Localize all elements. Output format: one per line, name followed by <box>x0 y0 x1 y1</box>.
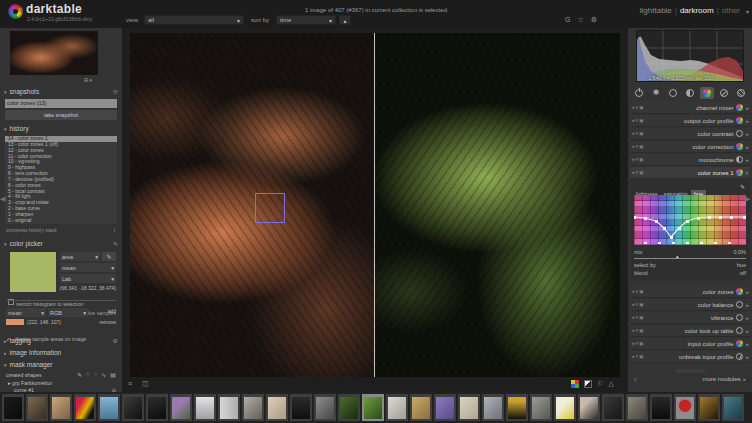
filmstrip-thumbnail[interactable] <box>506 394 528 421</box>
cz-picker-icon[interactable]: ✎ <box>740 183 745 190</box>
sort-direction-button[interactable]: ▴ <box>339 15 351 25</box>
picker-header-icon[interactable]: ✎ <box>113 240 118 247</box>
filmstrip-thumbnail[interactable] <box>554 394 576 421</box>
caret-down-icon[interactable]: ▾ <box>745 170 748 176</box>
color-zones-grid[interactable] <box>634 195 746 245</box>
group-tone-icon[interactable] <box>683 87 697 99</box>
filmstrip-thumbnail[interactable] <box>434 394 456 421</box>
module-unbreak-input-profile[interactable]: ●≡▣ unbreak input profile ◂ <box>630 351 750 363</box>
mask-group-row[interactable]: ▸ grp Farbkorrektur <box>8 380 52 386</box>
path-shape-icon[interactable]: ∿ <box>101 371 106 378</box>
color-picker-sample-area[interactable] <box>255 193 285 223</box>
filmstrip-thumbnail[interactable] <box>266 394 288 421</box>
filmstrip-thumbnail[interactable] <box>698 394 720 421</box>
left-panel-collapse-icon[interactable]: ◀ <box>0 195 5 203</box>
filmstrip-thumbnail[interactable] <box>530 394 552 421</box>
module-channel-mixer[interactable]: ●≡▣ channel mixer ◂ <box>630 102 750 114</box>
caret-left-icon[interactable]: ◂ <box>745 315 748 321</box>
picker-stat-select[interactable]: mean▾ <box>60 263 116 272</box>
module-output-color-profile[interactable]: ●≡▣ output color profile ◂ <box>630 115 750 127</box>
mix-row[interactable]: mix 0.0% <box>634 249 746 255</box>
circle-shape-icon[interactable]: ○ <box>86 371 90 378</box>
module-controls-icons[interactable]: ●≡▣ <box>632 157 645 162</box>
module-controls-icons[interactable]: ●≡▣ <box>632 131 645 136</box>
gradient-shape-icon[interactable]: ▤ <box>110 371 116 378</box>
module-vibrance[interactable]: ●≡▣ vibrance ◂ <box>630 312 750 324</box>
more-modules-row[interactable]: ≡ more modules ▸ <box>630 376 750 382</box>
filmstrip-thumbnail[interactable] <box>458 394 480 421</box>
picker-mode-select[interactable]: area▾ <box>60 252 100 261</box>
caret-left-icon[interactable]: ◂ <box>745 302 748 308</box>
module-controls-icons[interactable]: ●≡▣ <box>632 118 645 123</box>
sample-stat-select[interactable]: mean▾ <box>6 308 46 317</box>
sort-select[interactable]: time ▾ <box>276 15 336 25</box>
filmstrip-thumbnail[interactable] <box>146 394 168 421</box>
history-item[interactable]: 0 - original <box>5 218 117 224</box>
mask-manager-header[interactable]: ▾ mask manager <box>0 359 122 370</box>
snapshot-item[interactable]: color zones (13) <box>5 99 117 108</box>
module-color-correction[interactable]: ●≡▣ color correction ◂ <box>630 141 750 153</box>
tab-darkroom[interactable]: darkroom <box>680 6 714 15</box>
group-active-icon[interactable] <box>632 87 646 99</box>
filmstrip-thumbnail[interactable] <box>338 394 360 421</box>
overlays-star-icon[interactable]: ☆ <box>577 16 583 24</box>
filmstrip-thumbnail[interactable] <box>650 394 672 421</box>
gamut-check-icon[interactable]: △ <box>609 380 614 388</box>
module-controls-icons[interactable]: ●≡▣ <box>632 328 645 333</box>
eyedropper-button[interactable]: ✎ <box>102 252 116 261</box>
view-select[interactable]: all ▾ <box>144 15 244 25</box>
filmstrip-thumbnail[interactable] <box>626 394 648 421</box>
more-modules-label[interactable]: more modules <box>637 376 744 382</box>
filmstrip-thumbnail[interactable] <box>122 394 144 421</box>
image-information-header[interactable]: ▸ image information <box>0 347 122 358</box>
module-color-look-up-table[interactable]: ●≡▣ color look up table ◂ <box>630 325 750 337</box>
right-panel-collapse-icon[interactable]: ▶ <box>745 195 750 203</box>
overexposed-icon[interactable] <box>584 380 592 388</box>
caret-left-icon[interactable]: ◂ <box>745 289 748 295</box>
filmstrip-thumbnail[interactable] <box>194 394 216 421</box>
filmstrip-thumbnail[interactable] <box>290 394 312 421</box>
take-snapshot-button[interactable]: take snapshot <box>5 110 117 120</box>
module-color-zones[interactable]: ●≡▣ color zones ◂ <box>630 286 750 298</box>
filmstrip-toggle-icon[interactable]: ≡ <box>128 380 132 387</box>
mix-slider-marker[interactable]: ▴ <box>676 253 679 259</box>
filmstrip-thumbnail[interactable] <box>2 394 24 421</box>
filmstrip-thumbnail[interactable] <box>386 394 408 421</box>
module-monochrome[interactable]: ●≡▣ monochrome ◂ <box>630 154 750 166</box>
filmstrip-thumbnail-selected[interactable] <box>362 394 384 421</box>
tab-lighttable[interactable]: lighttable <box>640 6 672 15</box>
group-color-icon[interactable] <box>700 87 714 99</box>
filmstrip-thumbnail[interactable] <box>722 394 744 421</box>
navigation-thumbnail[interactable] <box>10 31 98 75</box>
color-picker-header[interactable]: ▾ color picker ✎ <box>0 238 122 249</box>
zoom-fit-icon[interactable]: ⊞ <box>84 77 88 83</box>
raw-overexposed-icon[interactable] <box>571 380 579 388</box>
filmstrip-thumbnail[interactable] <box>170 394 192 421</box>
filmstrip-thumbnail[interactable] <box>218 394 240 421</box>
caret-left-icon[interactable]: ◂ <box>745 144 748 150</box>
group-correction-icon[interactable] <box>717 87 731 99</box>
group-favorites-icon[interactable]: ✱ <box>649 87 663 99</box>
filmstrip-thumbnail[interactable] <box>410 394 432 421</box>
group-effect-icon[interactable] <box>734 87 748 99</box>
module-controls-icons[interactable]: ●≡▣ <box>632 170 645 175</box>
filmstrip-thumbnail[interactable] <box>578 394 600 421</box>
module-color-balance[interactable]: ●≡▣ color balance ◂ <box>630 299 750 311</box>
filmstrip-thumbnail[interactable] <box>26 394 48 421</box>
snapshots-header[interactable]: ▾ snapshots ⟳ <box>0 86 122 97</box>
compress-history-button[interactable]: compress history stack <box>6 227 57 233</box>
filmstrip-thumbnail[interactable] <box>98 394 120 421</box>
caret-left-icon[interactable]: ◂ <box>745 131 748 137</box>
compress-icon[interactable]: ↕ <box>113 227 116 233</box>
select-by-row[interactable]: select by hue <box>634 262 746 268</box>
module-controls-icons[interactable]: ●≡▣ <box>632 315 645 320</box>
remove-sample-button[interactable]: remove <box>99 319 116 325</box>
snapshot-split-line[interactable] <box>374 33 375 377</box>
filmstrip-thumbnail[interactable] <box>674 394 696 421</box>
darkroom-canvas[interactable] <box>130 33 620 377</box>
module-controls-icons[interactable]: ●≡▣ <box>632 341 645 346</box>
blend-row[interactable]: blend off <box>634 270 746 276</box>
filmstrip-thumbnail[interactable] <box>242 394 264 421</box>
zoom-caret-icon[interactable]: ▾ <box>90 77 93 83</box>
module-controls-icons[interactable]: ●≡▣ <box>632 144 645 149</box>
